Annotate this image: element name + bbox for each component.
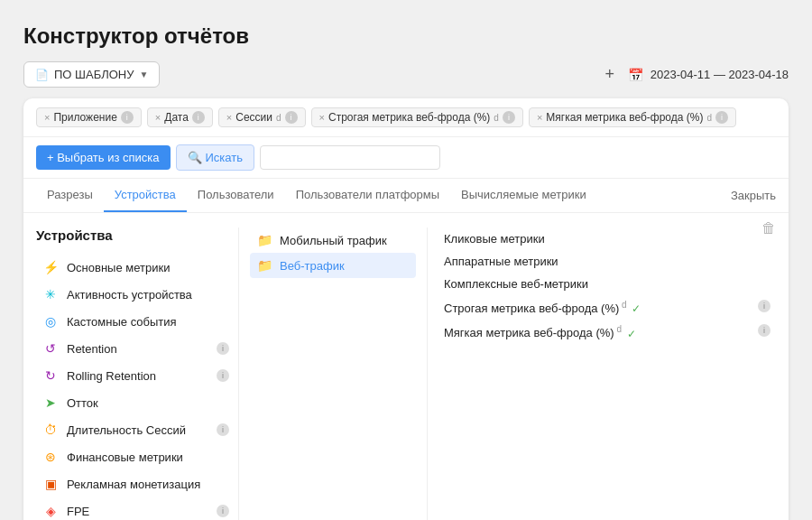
menu-item-custom[interactable]: ◎Кастомные события: [36, 308, 235, 335]
toolbar-row: 📄 ПО ШАБЛОНУ ▼ + 📅 2023-04-11 — 2023-04-…: [23, 61, 789, 88]
folder-item[interactable]: 📁Веб-трафик: [250, 253, 416, 278]
main-card: × Приложение i× Дата i× Сессии d i× Стро…: [23, 98, 789, 520]
finance-icon: ⊛: [42, 448, 60, 466]
menu-label: Кастомные события: [67, 315, 177, 329]
left-menu: ⚡Основные метрики✳Активность устройства◎…: [36, 254, 235, 520]
tabs-row: РазрезыУстройстваПользователиПользовател…: [23, 179, 789, 213]
filter-x[interactable]: ×: [44, 112, 50, 123]
date-range-label: 2023-04-11 — 2023-04-18: [651, 68, 789, 81]
search-input[interactable]: [260, 145, 440, 170]
filter-label: Дата: [164, 111, 189, 124]
content-area: 🗑 Устройства ⚡Основные метрики✳Активност…: [23, 213, 789, 520]
filter-x[interactable]: ×: [537, 112, 542, 123]
right-item-label: Мягкая метрика веб-фрода (%) d ✓: [444, 324, 752, 339]
right-item[interactable]: Строгая метрика веб-фрода (%) d ✓i: [438, 295, 776, 320]
menu-label: Rolling Retention: [67, 369, 156, 383]
tab-label: Вычисляемые метрики: [461, 188, 586, 201]
filter-label: Мягкая метрика веб-фрода (%): [546, 111, 703, 124]
template-button[interactable]: 📄 ПО ШАБЛОНУ ▼: [23, 61, 160, 88]
info-icon[interactable]: i: [715, 111, 728, 124]
divider-left: [238, 228, 239, 520]
menu-item-finance[interactable]: ⊛Финансовые метрики: [36, 443, 235, 470]
info-icon[interactable]: i: [285, 111, 298, 124]
right-items: Кликовые метрикиАппаратные метрикиКомпле…: [438, 228, 776, 345]
filter-tag: × Приложение i: [36, 107, 142, 127]
filter-sup: d: [706, 113, 712, 123]
right-item-label: Кликовые метрики: [444, 232, 770, 246]
menu-label: FPE: [67, 505, 89, 518]
menu-item-activity[interactable]: ✳Активность устройства: [36, 281, 235, 308]
filter-x[interactable]: ×: [155, 112, 161, 123]
info-dot[interactable]: i: [217, 342, 229, 355]
folder-item[interactable]: 📁Мобильный трафик: [250, 228, 416, 253]
right-item[interactable]: Комплексные веб-метрики: [438, 273, 776, 295]
right-item[interactable]: Аппаратные метрики: [438, 250, 776, 273]
right-panel: Кликовые метрикиАппаратные метрикиКомпле…: [431, 228, 776, 520]
tab-label: Разрезы: [47, 188, 93, 201]
middle-panel: 📁Мобильный трафик📁Веб-трафик: [243, 228, 423, 520]
filter-sup: d: [276, 113, 281, 123]
left-panel: Устройства ⚡Основные метрики✳Активность …: [36, 228, 235, 520]
folder-label: Веб-трафик: [280, 259, 345, 273]
right-item-sup: d: [614, 324, 622, 334]
right-item-sup: d: [619, 300, 626, 310]
menu-item-basic[interactable]: ⚡Основные метрики: [36, 254, 235, 281]
template-icon: 📄: [35, 69, 49, 81]
search-label: Искать: [206, 151, 244, 164]
app-container: Конструктор отчётов 📄 ПО ШАБЛОНУ ▼ + 📅 2…: [9, 9, 803, 520]
add-from-list-button[interactable]: + Выбрать из списка: [36, 145, 171, 170]
tab-пользователи[interactable]: Пользователи: [187, 179, 285, 212]
search-row: + Выбрать из списка 🔍 Искать: [23, 137, 789, 179]
info-dot[interactable]: i: [758, 300, 770, 312]
menu-item-churn[interactable]: ➤Отток: [36, 389, 235, 416]
tabs-left: РазрезыУстройстваПользователиПользовател…: [36, 179, 597, 212]
right-item[interactable]: Кликовые метрики: [438, 228, 776, 250]
menu-item-admon[interactable]: ▣Рекламная монетизация: [36, 470, 235, 497]
menu-label: Отток: [67, 396, 98, 410]
template-label: ПО ШАБЛОНУ: [54, 68, 134, 81]
close-button[interactable]: Закрыть: [731, 181, 776, 209]
right-item-label: Строгая метрика веб-фрода (%) d ✓: [444, 300, 752, 315]
info-dot[interactable]: i: [217, 505, 229, 517]
menu-item-rolling[interactable]: ↻Rolling Retentioni: [36, 362, 235, 389]
divider-right: [427, 228, 428, 520]
info-dot[interactable]: i: [758, 324, 770, 337]
check-icon: ✓: [632, 302, 641, 315]
filter-x[interactable]: ×: [226, 112, 232, 123]
menu-label: Финансовые метрики: [67, 450, 183, 464]
session-dur-icon: ⏱: [42, 421, 60, 439]
calendar-icon: 📅: [628, 68, 643, 82]
filter-x[interactable]: ×: [319, 112, 325, 123]
folder-icon: 📁: [257, 233, 272, 247]
tab-пользователи-платформы[interactable]: Пользователи платформы: [285, 179, 450, 212]
folder-label: Мобильный трафик: [280, 234, 387, 247]
retention-icon: ↺: [42, 339, 60, 358]
rolling-icon: ↻: [42, 367, 60, 385]
menu-item-fpe[interactable]: ◈FPEi: [36, 497, 235, 520]
filter-tag: × Мягкая метрика веб-фрода (%) d i: [529, 107, 736, 127]
info-dot[interactable]: i: [217, 369, 229, 382]
delete-icon[interactable]: 🗑: [761, 220, 776, 237]
menu-item-session-dur[interactable]: ⏱Длительность Сессийi: [36, 416, 235, 443]
info-icon[interactable]: i: [503, 111, 515, 124]
search-button[interactable]: 🔍 Искать: [176, 144, 255, 171]
info-dot[interactable]: i: [217, 423, 229, 436]
tab-вычисляемые-метрики[interactable]: Вычисляемые метрики: [450, 179, 597, 212]
add-date-button[interactable]: +: [599, 64, 621, 86]
filter-label: Строгая метрика веб-фрода (%): [328, 111, 490, 124]
tab-label: Устройства: [115, 188, 176, 201]
tab-устройства[interactable]: Устройства: [104, 179, 187, 212]
info-icon[interactable]: i: [192, 111, 205, 124]
right-item-label: Аппаратные метрики: [444, 255, 770, 268]
menu-item-retention[interactable]: ↺Retentioni: [36, 335, 235, 362]
filter-tag: × Дата i: [147, 107, 213, 127]
filter-tag: × Строгая метрика веб-фрода (%) d i: [311, 107, 523, 127]
tab-разрезы[interactable]: Разрезы: [36, 179, 104, 212]
info-icon[interactable]: i: [121, 111, 134, 124]
add-from-list-label: + Выбрать из списка: [47, 151, 160, 164]
right-item[interactable]: Мягкая метрика веб-фрода (%) d ✓i: [438, 320, 776, 344]
page-title: Конструктор отчётов: [23, 23, 789, 49]
menu-label: Основные метрики: [67, 261, 170, 274]
date-range-area: + 📅 2023-04-11 — 2023-04-18: [599, 64, 789, 86]
check-icon: ✓: [627, 328, 636, 340]
